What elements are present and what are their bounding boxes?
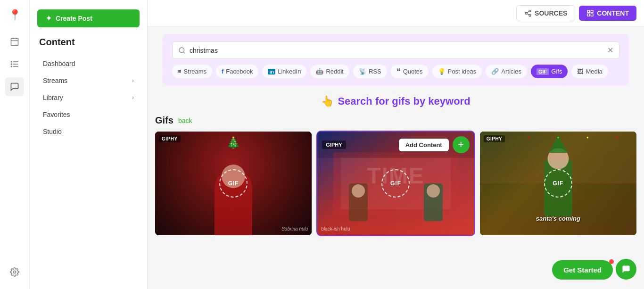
list-nav-icon[interactable] <box>5 55 24 74</box>
svg-rect-19 <box>587 14 590 16</box>
nav-item-library-label: Library <box>43 94 63 101</box>
filter-tab-rss[interactable]: 📡 RSS <box>353 65 387 78</box>
gif-card-1-inner: 🎄 GIPHY GIF Sabrina hulu <box>155 132 312 235</box>
svg-point-13 <box>529 14 531 16</box>
articles-tab-label: Articles <box>501 68 521 75</box>
create-post-button[interactable]: ✦ Create Post <box>37 9 140 27</box>
chevron-right-icon: › <box>132 77 134 84</box>
get-started-label: Get Started <box>563 266 602 274</box>
gif-1-source-label: GIPHY <box>159 135 181 142</box>
notification-dot <box>609 259 614 264</box>
quotes-tab-icon: ❝ <box>396 67 401 76</box>
rss-tab-label: RSS <box>369 68 381 75</box>
gif-1-play-icon: GIF <box>219 169 248 198</box>
articles-tab-icon: 🔗 <box>491 68 499 75</box>
svg-point-8 <box>11 64 12 65</box>
sources-label: SOURCES <box>535 9 567 17</box>
gif-card-2[interactable]: TIME GIPHY Add Content + <box>317 132 474 235</box>
post-ideas-tab-icon: 💡 <box>438 68 446 75</box>
nav-item-library[interactable]: Library › <box>33 89 143 106</box>
nav-item-dashboard[interactable]: Dashboard <box>33 55 143 72</box>
gif-3-text-overlay: santa's coming <box>480 215 636 222</box>
chat-bubble-icon <box>621 264 631 274</box>
filter-tab-media[interactable]: 🖼 Media <box>571 65 608 78</box>
gif-3-play-icon: GIF <box>544 169 572 198</box>
nav-item-streams[interactable]: Streams › <box>33 72 143 89</box>
post-ideas-tab-label: Post ideas <box>448 68 477 75</box>
chat-nav-icon[interactable] <box>5 77 24 96</box>
create-post-label: Create Post <box>56 15 92 22</box>
svg-rect-16 <box>587 10 590 13</box>
gif-1-label: GIF <box>228 180 239 187</box>
content-button[interactable]: CONTENT <box>579 6 636 21</box>
gifs-tab-label: Gifs <box>551 68 562 75</box>
filter-tab-quotes[interactable]: ❝ Quotes <box>391 65 429 78</box>
get-started-button[interactable]: Get Started <box>552 260 613 280</box>
reddit-tab-label: Reddit <box>326 68 344 75</box>
hand-pointing-icon: 👆 <box>321 95 334 107</box>
calendar-nav-icon[interactable] <box>5 32 24 51</box>
gifs-tab-icon: GIF <box>537 68 549 75</box>
gif-grid: 🎄 GIPHY GIF Sabrina hulu TIME <box>155 132 636 235</box>
svg-rect-17 <box>591 10 594 13</box>
filter-tab-gifs[interactable]: GIF Gifs <box>531 65 568 78</box>
filter-tab-linkedin[interactable]: in LinkedIn <box>262 65 306 78</box>
filter-tab-reddit[interactable]: 🤖 Reddit <box>310 65 349 78</box>
app-logo[interactable]: 📍 <box>5 6 24 25</box>
back-link[interactable]: back <box>178 117 192 124</box>
filter-tab-facebook[interactable]: f Facebook <box>216 65 258 78</box>
gif-card-2-hover: GIPHY Add Content + <box>317 132 474 158</box>
search-bar: ✕ <box>172 41 619 59</box>
search-icon <box>178 47 186 54</box>
add-plus-button[interactable]: + <box>453 136 470 153</box>
gif-2-label: GIF <box>390 180 401 187</box>
filter-tab-streams[interactable]: ≡ Streams <box>172 65 212 78</box>
search-area: ✕ ≡ Streams f Facebook in LinkedIn 🤖 Red… <box>163 34 629 86</box>
svg-point-10 <box>14 271 16 273</box>
add-content-button[interactable]: Add Content <box>399 139 449 151</box>
svg-line-15 <box>527 11 529 13</box>
main-content: SOURCES CONTENT ✕ ≡ Streams <box>148 0 644 289</box>
search-prompt: 👆 Search for gifs by keyword <box>155 95 636 107</box>
filter-tab-articles[interactable]: 🔗 Articles <box>486 65 527 78</box>
gif-card-3[interactable]: ● ● ● ● ● GIPHY GIF santa's coming <box>480 132 636 235</box>
sources-icon <box>524 9 532 17</box>
gif-card-3-inner: ● ● ● ● ● GIPHY GIF santa's coming <box>480 132 636 235</box>
chat-button[interactable] <box>616 259 636 280</box>
search-clear-button[interactable]: ✕ <box>607 46 613 55</box>
svg-point-7 <box>11 61 12 62</box>
facebook-tab-icon: f <box>222 68 223 75</box>
section-title: Gifs <box>155 115 173 126</box>
nav-section-title: Content <box>30 37 147 55</box>
content-icon <box>586 9 594 17</box>
plus-icon: + <box>458 139 464 151</box>
linkedin-tab-icon: in <box>268 69 275 74</box>
sources-button[interactable]: SOURCES <box>516 5 575 21</box>
chevron-right-icon-2: › <box>132 94 134 101</box>
filter-tabs: ≡ Streams f Facebook in LinkedIn 🤖 Reddi… <box>172 65 619 78</box>
add-content-overlay: Add Content + <box>399 136 470 153</box>
svg-rect-0 <box>11 38 18 45</box>
icon-strip: 📍 <box>0 0 30 289</box>
gif-3-source-label: GIPHY <box>484 135 505 142</box>
section-header: Gifs back <box>155 115 636 126</box>
nav-item-studio[interactable]: Studio <box>33 123 143 140</box>
left-nav: ✦ Create Post Content Dashboard Streams … <box>30 0 148 289</box>
svg-line-14 <box>527 14 529 15</box>
streams-tab-label: Streams <box>184 68 206 75</box>
logo-icon: 📍 <box>8 9 21 21</box>
settings-nav-icon[interactable] <box>5 263 24 281</box>
svg-line-21 <box>183 52 185 53</box>
gif-1-watermark: Sabrina hulu <box>281 226 308 231</box>
svg-point-9 <box>11 66 12 67</box>
nav-item-favorites[interactable]: Favorites <box>33 106 143 123</box>
gif-card-1[interactable]: 🎄 GIPHY GIF Sabrina hulu <box>155 132 312 235</box>
nav-item-studio-label: Studio <box>43 128 62 135</box>
content-area: ✕ ≡ Streams f Facebook in LinkedIn 🤖 Red… <box>148 26 644 289</box>
giphy-badge: GIPHY <box>322 140 346 149</box>
media-tab-label: Media <box>586 68 602 75</box>
svg-point-12 <box>525 12 527 14</box>
nav-item-streams-label: Streams <box>43 77 67 84</box>
search-input[interactable] <box>190 47 607 54</box>
filter-tab-post-ideas[interactable]: 💡 Post ideas <box>432 65 482 78</box>
